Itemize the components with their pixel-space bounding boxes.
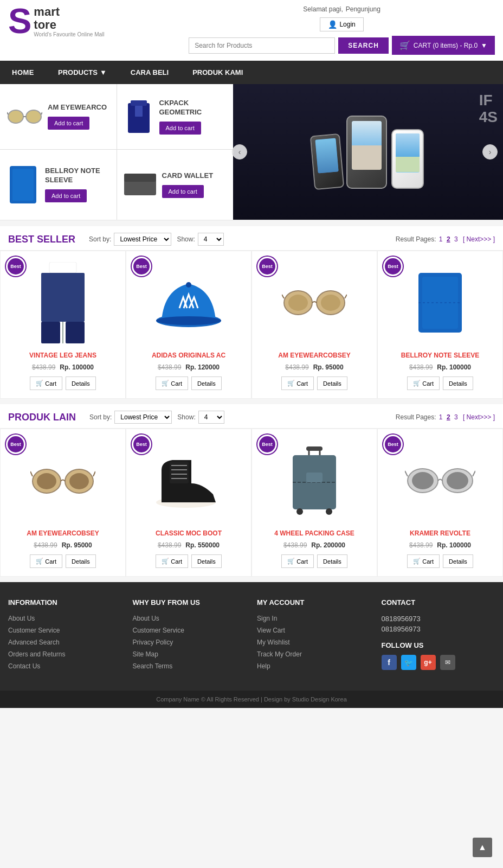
featured-add-to-cart-4[interactable]: Add to cart: [162, 185, 204, 198]
svg-rect-12: [49, 262, 76, 273]
featured-product-img-2: [122, 98, 155, 136]
product-old-price-3: $438.99: [285, 363, 308, 371]
svg-line-23: [345, 295, 347, 298]
product-img-1: [9, 259, 117, 346]
cart-btn-3[interactable]: 🛒 Cart: [281, 376, 314, 390]
pl-cart-btn-1[interactable]: 🛒 Cart: [30, 554, 62, 568]
footer-wb-customer-service[interactable]: Customer Service: [133, 627, 247, 634]
footer-ma-track-order[interactable]: Track My Order: [257, 650, 371, 658]
pl-product-new-price-3: Rp. 200000: [311, 541, 345, 549]
product-old-price-1: $438.99: [32, 363, 55, 371]
pl-details-btn-2[interactable]: Details: [191, 554, 222, 568]
svg-rect-6: [131, 100, 147, 106]
pl-sort-select[interactable]: Lowest Price Highest Price: [114, 411, 172, 424]
product-card-2: Best ADIDAS ORIGINALS AC: [126, 251, 252, 399]
cart-icon-4: 🛒: [413, 380, 421, 387]
footer-wb-site-map[interactable]: Site Map: [133, 650, 247, 658]
products-dropdown-icon: ▼: [100, 68, 107, 76]
featured-add-to-cart-3[interactable]: Add to cart: [45, 189, 87, 202]
cart-btn-1[interactable]: 🛒 Cart: [30, 376, 62, 390]
google-plus-icon[interactable]: g+: [421, 655, 436, 670]
footer-information-title: INFORMATION: [8, 598, 122, 607]
search-input[interactable]: [189, 37, 335, 54]
next-pages[interactable]: [ Next>>> ]: [463, 235, 495, 243]
header: S mart tore World's Favourite Online Mal…: [0, 0, 503, 61]
details-btn-2[interactable]: Details: [191, 376, 222, 390]
svg-point-33: [37, 473, 56, 489]
svg-rect-48: [306, 473, 323, 482]
pl-page-3[interactable]: 3: [454, 413, 458, 421]
featured-card-2: CKPACK GEOMETRIC Add to cart: [117, 84, 234, 149]
footer-why-buy: WHY BUY FROM US About Us Customer Servic…: [133, 598, 247, 674]
slider-arrow-right[interactable]: ›: [482, 144, 498, 159]
nav-item-cara-beli[interactable]: CARA BELI: [119, 61, 180, 84]
twitter-icon[interactable]: 🐦: [401, 655, 416, 670]
footer-ma-help[interactable]: Help: [257, 662, 371, 670]
footer-ma-sign-in[interactable]: Sign In: [257, 615, 371, 622]
footer-link-customer-service[interactable]: Customer Service: [8, 627, 122, 634]
sort-select[interactable]: Lowest Price Highest Price: [114, 233, 171, 246]
slider-arrow-left[interactable]: ‹: [232, 144, 247, 159]
details-btn-3[interactable]: Details: [317, 376, 347, 390]
pl-details-btn-1[interactable]: Details: [66, 554, 96, 568]
facebook-icon[interactable]: f: [382, 655, 397, 670]
details-btn-4[interactable]: Details: [443, 376, 473, 390]
page-3[interactable]: 3: [454, 235, 458, 243]
login-button[interactable]: 👤 Login: [320, 17, 363, 31]
email-icon[interactable]: ✉: [440, 655, 455, 670]
details-btn-1[interactable]: Details: [66, 376, 96, 390]
footer-ma-wishlist[interactable]: My Wishlist: [257, 639, 371, 646]
featured-card-name-4: CARD WALLET: [162, 171, 214, 181]
pl-next-pages[interactable]: [ Next>>> ]: [463, 413, 495, 421]
search-button[interactable]: SEARCH: [338, 37, 389, 54]
featured-add-to-cart-1[interactable]: Add to cart: [48, 117, 89, 130]
svg-rect-7: [135, 106, 143, 117]
logo-mart: mart: [34, 5, 104, 18]
cart-btn-4[interactable]: 🛒 Cart: [407, 376, 440, 390]
featured-add-to-cart-2[interactable]: Add to cart: [159, 122, 201, 135]
product-new-price-3: Rp. 95000: [313, 363, 344, 371]
pl-product-img-1: [9, 437, 117, 524]
pl-cart-icon-3: 🛒: [287, 558, 295, 565]
cart-btn-2[interactable]: 🛒 Cart: [156, 376, 188, 390]
page-1[interactable]: 1: [439, 235, 443, 243]
follow-us-title: FOLLOW US: [382, 641, 495, 649]
pl-cart-btn-3[interactable]: 🛒 Cart: [281, 554, 314, 568]
featured-card-name-3: BELLROY NOTE SLEEVE: [45, 167, 111, 185]
pl-product-new-price-1: Rp. 95000: [62, 541, 92, 549]
footer-link-about-us[interactable]: About Us: [8, 615, 122, 622]
svg-line-51: [405, 471, 408, 476]
best-badge-3: Best: [257, 257, 277, 276]
footer-link-contact-us[interactable]: Contact Us: [8, 662, 122, 670]
nav-item-produk-kami[interactable]: PRODUK KAMI: [180, 61, 255, 84]
pl-cart-btn-4[interactable]: 🛒 Cart: [407, 554, 440, 568]
svg-point-46: [296, 508, 303, 515]
nav-item-products[interactable]: PRODUCTS ▼: [46, 61, 119, 84]
product-img-3: [260, 259, 369, 346]
produk-lain-grid: Best AM EYEWEARCOBSEY $438.99 Rp. 95000: [0, 428, 503, 577]
nav-item-home[interactable]: HOME: [0, 61, 46, 84]
pl-cart-btn-2[interactable]: 🛒 Cart: [156, 554, 188, 568]
pl-product-new-price-2: Rp. 550000: [185, 541, 220, 549]
page-2-active[interactable]: 2: [447, 235, 450, 243]
footer-link-orders-returns[interactable]: Orders and Returns: [8, 650, 122, 658]
footer-wb-privacy-policy[interactable]: Privacy Policy: [133, 639, 247, 646]
footer-wb-about-us[interactable]: About Us: [133, 615, 247, 622]
pl-cart-icon-1: 🛒: [36, 558, 43, 565]
logo[interactable]: S mart tore World's Favourite Online Mal…: [8, 5, 104, 37]
product-name-2: ADIDAS ORIGINALS AC: [152, 352, 225, 359]
pl-details-btn-4[interactable]: Details: [443, 554, 473, 568]
footer-ma-view-cart[interactable]: View Cart: [257, 627, 371, 634]
pl-details-btn-3[interactable]: Details: [317, 554, 347, 568]
svg-line-32: [93, 471, 95, 476]
product-card-1: Best VINTAGE LEG JEANS $438.99 Rp. 10000…: [0, 251, 126, 399]
pl-page-2-active[interactable]: 2: [447, 413, 450, 421]
show-select[interactable]: 4 8 12: [198, 233, 224, 246]
pl-page-1[interactable]: 1: [439, 413, 443, 421]
greeting-text: Selamat pagi,: [303, 5, 343, 13]
logo-store: tore: [34, 18, 104, 31]
cart-button[interactable]: 🛒 CART (0 items) - Rp.0 ▼: [392, 36, 495, 55]
pl-show-select[interactable]: 4 8 12: [198, 411, 224, 424]
footer-wb-search-terms[interactable]: Search Terms: [133, 662, 247, 670]
footer-link-advanced-search[interactable]: Advanced Search: [8, 639, 122, 646]
